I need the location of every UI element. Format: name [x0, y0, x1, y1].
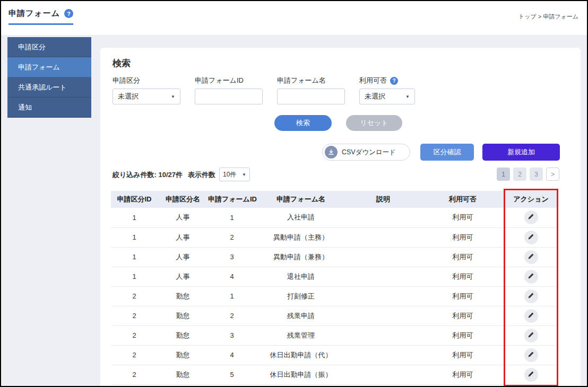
cell-description [346, 208, 420, 227]
field-select[interactable]: 未選択 ▼ [113, 89, 180, 104]
cell-description [346, 227, 420, 247]
field-select[interactable]: 未選択 ▼ [359, 89, 415, 104]
content-card: 検索 申請区分 未選択 ▼ 申請フォームI [100, 48, 581, 387]
cell-description [346, 345, 420, 365]
cell-category-name: 人事 [158, 208, 208, 227]
pencil-icon [528, 331, 534, 340]
table-row: 1 人事 2 異動申請（主務） 利用可 [111, 227, 557, 247]
cell-availability: 利用可 [420, 247, 505, 267]
app-window: 申請フォーム ? トップ > 申請フォーム 申請区分 申請フォーム 共通承認ルー… [0, 0, 588, 387]
cell-category-id: 1 [111, 247, 158, 267]
cell-description [346, 267, 420, 286]
cell-category-name: 人事 [158, 247, 208, 267]
edit-button[interactable] [524, 231, 538, 244]
cell-description [346, 326, 420, 345]
column-header: 申請フォームID [208, 191, 256, 208]
per-page-select[interactable]: 10件 ▼ [219, 168, 250, 181]
table-row: 2 勤怠 3 残業管理 利用可 [111, 326, 557, 345]
page-button[interactable]: 1 [497, 168, 510, 181]
add-new-button[interactable]: 新規追加 [482, 144, 560, 161]
table-row: 1 人事 4 退社申請 利用可 [111, 267, 557, 286]
edit-button[interactable] [524, 250, 538, 264]
page-button[interactable]: 3 [530, 168, 543, 181]
edit-button[interactable] [524, 289, 538, 303]
cell-category-id: 2 [111, 286, 158, 306]
cell-form-id: 3 [208, 247, 256, 267]
page-button[interactable]: 2 [513, 168, 526, 181]
table-body: 1 人事 1 入社申請 利用可 [111, 208, 557, 384]
cell-category-id: 2 [111, 306, 158, 326]
pencil-icon [528, 351, 534, 359]
field-input[interactable] [195, 89, 263, 104]
field-label: 申請区分 [113, 76, 140, 85]
csv-download-label: CSVダウンロード [342, 148, 396, 157]
reset-button[interactable]: リセット [346, 115, 402, 131]
pencil-icon [528, 272, 534, 281]
field-help-icon[interactable]: ? [390, 77, 398, 85]
cell-category-id: 1 [111, 227, 158, 247]
field-label-row: 申請フォーム名 [277, 75, 345, 86]
cell-availability: 利用可 [420, 306, 505, 326]
sidebar-item[interactable]: 申請フォーム [7, 57, 91, 77]
cell-form-name: 退社申請 [256, 267, 346, 286]
edit-button[interactable] [524, 210, 538, 224]
pagination: 1 2 3 > [497, 168, 559, 181]
search-button[interactable]: 検索 [274, 115, 332, 131]
cell-category-id: 2 [111, 365, 158, 384]
cell-availability: 利用可 [420, 326, 505, 345]
cell-form-id: 2 [208, 227, 256, 247]
cell-availability: 利用可 [420, 227, 505, 247]
cell-form-name: 入社申請 [256, 208, 346, 227]
csv-download-button[interactable]: CSVダウンロード [322, 144, 410, 161]
help-icon[interactable]: ? [64, 9, 73, 18]
column-header: アクション [505, 191, 557, 208]
chevron-down-icon: ▼ [171, 94, 175, 99]
edit-button[interactable] [524, 368, 538, 382]
pencil-icon [528, 233, 534, 242]
pencil-icon [528, 253, 534, 261]
cell-description [346, 286, 420, 306]
page-button[interactable]: > [546, 168, 559, 181]
cell-category-name: 人事 [158, 267, 208, 286]
breadcrumb[interactable]: トップ > 申請フォーム [518, 13, 578, 21]
cell-category-id: 1 [111, 208, 158, 227]
pencil-icon [528, 292, 534, 301]
table-row: 2 勤怠 5 休日出勤申請（振） 利用可 [111, 365, 557, 384]
page-title: 申請フォーム [8, 8, 60, 19]
sidebar-item[interactable]: 通知 [7, 98, 91, 118]
cell-availability: 利用可 [420, 267, 505, 286]
edit-button[interactable] [524, 329, 538, 342]
select-value: 未選択 [365, 92, 385, 101]
cell-action [505, 267, 557, 286]
cell-description [346, 306, 420, 326]
edit-button[interactable] [524, 348, 538, 362]
sidebar-item[interactable]: 共通承認ルート [7, 77, 91, 98]
sidebar-item-label: 申請フォーム [18, 63, 60, 71]
cell-form-id: 2 [208, 306, 256, 326]
pencil-icon [528, 371, 534, 379]
cell-action [505, 286, 557, 306]
cell-action [505, 227, 557, 247]
edit-button[interactable] [524, 270, 538, 284]
table-row: 2 勤怠 1 打刻修正 利用可 [111, 286, 557, 306]
cell-form-id: 1 [208, 208, 256, 227]
sidebar-item[interactable]: 申請区分 [7, 37, 91, 57]
column-header: 利用可否 [420, 191, 505, 208]
sidebar-item-label: 申請区分 [18, 43, 46, 51]
cell-form-id: 5 [208, 365, 256, 384]
cell-category-id: 1 [111, 267, 158, 286]
cell-action [505, 365, 557, 384]
column-header: 申請フォーム名 [256, 191, 346, 208]
edit-button[interactable] [524, 309, 538, 323]
cell-action [505, 247, 557, 267]
search-field: 申請フォーム名 [277, 75, 345, 104]
cell-availability: 利用可 [420, 286, 505, 306]
per-page-value: 10件 [223, 170, 236, 179]
field-input[interactable] [277, 89, 345, 104]
column-header: 説明 [346, 191, 420, 208]
cell-category-name: 勤怠 [158, 306, 208, 326]
sidebar: 申請区分 申請フォーム 共通承認ルート 通知 [7, 37, 91, 118]
category-check-button[interactable]: 区分確認 [420, 144, 474, 161]
cell-availability: 利用可 [420, 365, 505, 384]
select-value: 未選択 [118, 92, 139, 101]
